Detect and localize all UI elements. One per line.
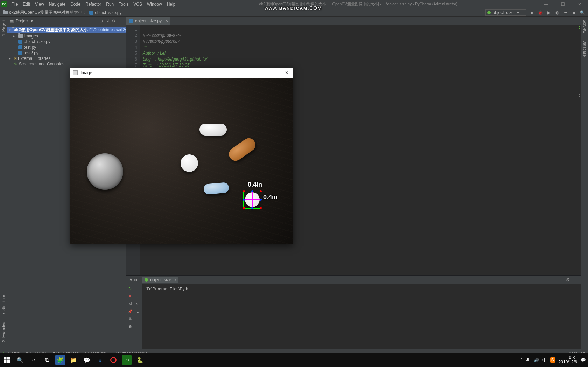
tool-sciview[interactable]: SciView	[583, 20, 587, 33]
run-hide-icon[interactable]: —	[573, 277, 578, 282]
python-taskbar-icon[interactable]: 🐍	[135, 355, 145, 365]
search-icon[interactable]: 🔍	[15, 355, 25, 365]
tree-file-test2[interactable]: test2.py	[7, 50, 126, 56]
concurrency-button[interactable]: ≣	[563, 10, 568, 15]
watermark-suffix: .COM	[308, 5, 322, 11]
close-run-tab-icon[interactable]: ✕	[174, 278, 177, 282]
hide-icon[interactable]: —	[119, 19, 123, 23]
tree-file-object-size[interactable]: object_size.py	[7, 39, 126, 44]
maximize-button[interactable]: ☐	[556, 2, 570, 7]
close-tab-icon[interactable]: ✕	[165, 19, 168, 23]
menu-view[interactable]: View	[33, 1, 46, 7]
file-explorer-icon[interactable]: 📁	[69, 355, 78, 365]
tree-file-test[interactable]: test.py	[7, 44, 126, 50]
minimap-mark	[579, 94, 580, 95]
image-window-titlebar[interactable]: Image — ☐ ✕	[70, 68, 293, 78]
print-icon[interactable]: 🖶	[127, 316, 133, 322]
project-view-icon: ▤	[10, 19, 14, 23]
run-button[interactable]: ▶	[529, 10, 535, 15]
menu-run[interactable]: Run	[104, 1, 116, 7]
run-settings-icon[interactable]: ⚙	[566, 277, 570, 282]
menu-refactor[interactable]: Refactor	[83, 1, 103, 7]
tray-ime-icon[interactable]: 中	[542, 357, 547, 363]
tree-item-label: test.py	[24, 45, 36, 50]
main-menu: File Edit View Navigate Code Refactor Ru…	[9, 1, 177, 7]
tree-item-label: object_size.py	[24, 39, 50, 44]
editor-tab-object-size[interactable]: object_size.py ✕	[126, 17, 170, 25]
tool-database[interactable]: Database	[583, 40, 587, 57]
left-tool-stripe: 1: Project 7: Structure 2: Favorites	[0, 17, 7, 349]
edge-icon[interactable]: e	[95, 355, 105, 365]
tray-sogou-icon[interactable]: S	[550, 357, 555, 363]
python-file-icon	[89, 11, 93, 15]
image-preview-window[interactable]: Image — ☐ ✕ 0.4in 0.4in	[70, 68, 293, 244]
layout-icon[interactable]: ⇲	[127, 301, 133, 306]
scratches-icon: ✎	[14, 62, 18, 67]
tree-scratches[interactable]: ✎ Scratches and Consoles	[7, 61, 126, 67]
menu-window[interactable]: Window	[145, 1, 164, 7]
stop-button[interactable]: ■	[571, 10, 577, 15]
window-title: ok2使用OpenCV测量图像中对象的大小 … OpenCV测量图像中的大小] …	[177, 1, 539, 7]
code-link[interactable]: http://leigang431.github.io/	[158, 57, 207, 62]
window-icon	[73, 70, 78, 75]
system-clock[interactable]: 10:31 2019/12/6	[559, 355, 577, 365]
down-icon[interactable]: ↓	[135, 293, 141, 299]
image-minimize-button[interactable]: —	[254, 70, 262, 75]
up-icon[interactable]: ↑	[135, 285, 141, 291]
tray-network-icon[interactable]: 🖧	[526, 358, 530, 362]
menu-file[interactable]: File	[9, 1, 20, 7]
pin-icon[interactable]: 📌	[127, 309, 133, 314]
image-close-button[interactable]: ✕	[283, 70, 290, 75]
gear-icon[interactable]: ⚙	[112, 19, 116, 23]
bandicam-icon[interactable]	[108, 355, 118, 365]
tray-volume-icon[interactable]: 🔊	[534, 358, 539, 362]
menu-code[interactable]: Code	[68, 1, 83, 7]
trash-icon[interactable]: 🗑	[127, 324, 133, 330]
breadcrumb-file[interactable]: object_size.py	[95, 10, 121, 15]
rerun-icon[interactable]: ↻	[127, 285, 133, 291]
profile-button[interactable]: ◐	[554, 10, 560, 15]
chevron-down-icon[interactable]: ▾	[31, 19, 33, 23]
tree-folder-images[interactable]: ▸ images	[7, 33, 126, 39]
tree-item-label: images	[24, 34, 38, 39]
editor-tab-label: object_size.py	[135, 19, 162, 23]
close-button[interactable]: ✕	[573, 2, 587, 7]
debug-button[interactable]: 🐞	[538, 10, 543, 15]
minimap[interactable]	[579, 25, 580, 98]
cortana-icon[interactable]: ○	[29, 355, 38, 365]
menu-vcs[interactable]: VCS	[131, 1, 144, 7]
stop-icon[interactable]: ■	[127, 293, 133, 299]
start-button[interactable]	[2, 355, 12, 365]
run-coverage-button[interactable]: ▶	[546, 10, 552, 15]
minimize-button[interactable]: —	[539, 2, 553, 7]
breadcrumb-root[interactable]: ok2使用OpenCV测量图像中对象的大小	[9, 9, 82, 15]
tool-project[interactable]: 1: Project	[1, 20, 6, 36]
svg-rect-0	[4, 357, 7, 360]
run-config-selector[interactable]: object_size ▾	[485, 9, 526, 16]
run-tab-label: object_size	[150, 277, 171, 282]
project-title[interactable]: Project	[16, 19, 29, 23]
tool-structure[interactable]: 7: Structure	[1, 295, 6, 315]
task-view-icon[interactable]: ⧉	[42, 355, 52, 365]
menu-edit[interactable]: Edit	[21, 1, 32, 7]
menu-navigate[interactable]: Navigate	[47, 1, 68, 7]
wechat-icon[interactable]: 💬	[82, 355, 92, 365]
locate-icon[interactable]: ⊙	[99, 19, 103, 23]
scroll-icon[interactable]: ⤓	[135, 309, 141, 314]
pycharm-taskbar-icon[interactable]: PC	[122, 355, 132, 365]
tree-external-libraries[interactable]: ▸⎘ External Libraries	[7, 56, 126, 61]
taskbar-app-1[interactable]: 🧩	[55, 355, 65, 365]
run-tab-object-size[interactable]: object_size ✕	[142, 277, 178, 283]
search-everywhere-button[interactable]: 🔍	[580, 10, 585, 15]
image-maximize-button[interactable]: ☐	[268, 70, 276, 75]
run-tool-window: Run: object_size ✕ ⚙ — ↻↑ ■↓ ⇲↩ 📌⤓ 🖶	[126, 275, 581, 349]
action-center-icon[interactable]: 💬	[581, 358, 586, 362]
tool-favorites[interactable]: 2: Favorites	[1, 322, 6, 342]
menu-tools[interactable]: Tools	[117, 1, 131, 7]
tray-arrow-icon[interactable]: ˄	[520, 358, 523, 362]
menu-help[interactable]: Help	[165, 1, 178, 7]
collapse-icon[interactable]: ⇲	[106, 19, 109, 23]
tree-root[interactable]: ▾ ok2使用OpenCV测量图像中对象的大小 F:\DeepInterests…	[7, 27, 126, 33]
run-console[interactable]: "D:\Program Files\Pyth	[142, 284, 581, 349]
wrap-icon[interactable]: ↩	[135, 301, 141, 306]
